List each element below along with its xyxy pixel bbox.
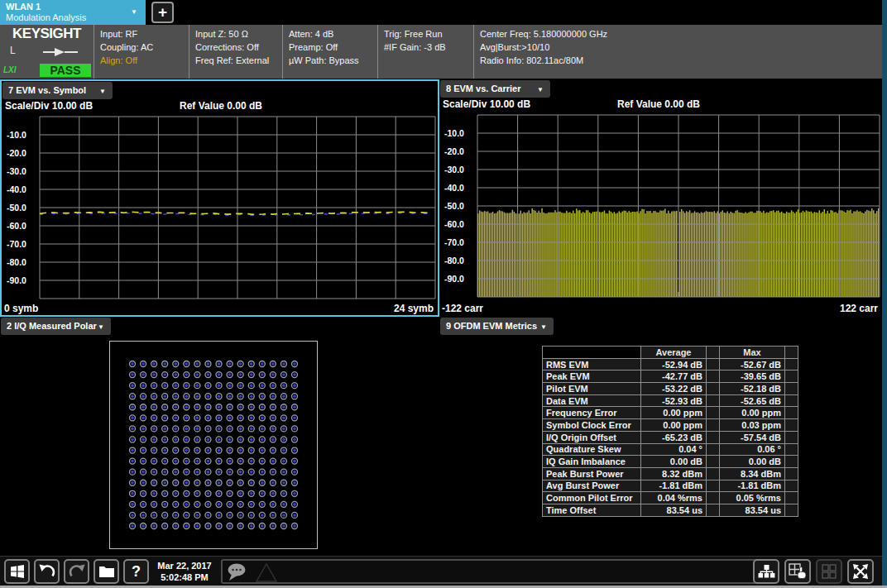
undo-button[interactable] — [34, 559, 60, 584]
tab-title: WLAN 1 — [6, 2, 41, 12]
pane-title-dropdown-iq-polar[interactable]: 2 I/Q Measured Polar ▼ — [1, 318, 111, 335]
constellation-diagram — [109, 341, 318, 552]
meas-setting-line: Input: RF — [100, 27, 189, 41]
svg-text:-40.0: -40.0 — [444, 183, 464, 193]
comment-bubble-icon — [226, 562, 252, 582]
metric-value: 0.04 ° — [641, 443, 707, 456]
metrics-row: Common Pilot Error0.04 %rms0.05 %rms — [543, 492, 798, 504]
metric-value: -52.94 dB — [641, 358, 707, 370]
scale-row: Scale/Div 10.00 dB Ref Value 0.00 dB — [439, 98, 882, 112]
chevron-down-icon: ▼ — [98, 323, 104, 331]
redo-button[interactable] — [64, 559, 89, 584]
spacer-cell — [785, 394, 798, 407]
spacer-cell — [785, 467, 798, 480]
metric-value: 0.00 ppm — [641, 419, 707, 432]
metric-value: 83.54 us — [720, 504, 785, 516]
spacer-cell — [785, 370, 798, 383]
scale-row: Scale/Div 10.00 dB Ref Value 0.00 dB — [2, 100, 438, 114]
pane-ofdm-evm-metrics: 9 OFDM EVM Metrics ▼ AverageMaxRMS EVM-5… — [439, 317, 882, 556]
svg-text:-60.0: -60.0 — [444, 219, 464, 229]
add-tab-button[interactable]: + — [151, 2, 174, 23]
metrics-header-cell — [785, 347, 798, 359]
metrics-row: RMS EVM-52.94 dB-52.67 dB — [543, 358, 798, 370]
metrics-row: Quadrature Skew0.04 °0.06 ° — [543, 443, 798, 456]
metrics-row: Frequency Error0.00 ppm0.00 ppm — [543, 407, 798, 419]
svg-text:-10.0: -10.0 — [7, 130, 26, 140]
pane-title: 7 EVM vs. Symbol — [8, 82, 86, 99]
metric-name: Symbol Clock Error — [543, 419, 641, 432]
metrics-row: Time Offset83.54 us83.54 us — [543, 504, 798, 516]
pane-iq-measured-polar: 2 I/Q Measured Polar ▼ — [0, 317, 439, 556]
pane-title-dropdown-metrics[interactable]: 9 OFDM EVM Metrics ▼ — [440, 318, 554, 335]
chevron-down-icon: ▼ — [131, 8, 137, 16]
grid-icon — [820, 562, 838, 581]
spacer-cell — [707, 443, 720, 456]
metric-value: 0.04 %rms — [641, 492, 707, 504]
spacer-cell — [707, 492, 720, 504]
meas-settings-column: Center Freq: 5.180000000 GHzAvg|Burst:>1… — [473, 25, 882, 79]
evm-trace — [40, 212, 432, 214]
meas-settings-column: Atten: 4 dBPreamp: OffµW Path: Bypass — [282, 25, 377, 79]
screen-edge-strip — [882, 0, 887, 586]
y-axis-tick-labels: -10.0-20.0-30.0-40.0-50.0-60.0-70.0-80.0… — [7, 130, 26, 285]
y-axis-tick-labels: -10.0-20.0-30.0-40.0-50.0-60.0-70.0-80.0… — [444, 128, 464, 284]
meas-settings-column: Input: RFCoupling: ACAlign: Off — [93, 25, 189, 79]
bottom-toolbar: ? Mar 22, 2017 5:02:48 PM — [0, 556, 887, 586]
evm_carrier-svg: -10.0-20.0-30.0-40.0-50.0-60.0-70.0-80.0… — [439, 113, 882, 299]
x-axis-start-label: 0 symb — [4, 303, 38, 314]
svg-text:-40.0: -40.0 — [7, 184, 26, 194]
meas-setting-line: Preamp: Off — [289, 41, 377, 54]
pane-title-dropdown-evm-symbol[interactable]: 7 EVM vs. Symbol ▼ — [2, 82, 113, 99]
evm-trace-underlay — [40, 213, 432, 216]
fullscreen-button[interactable] — [847, 559, 874, 584]
question-mark-icon: ? — [132, 563, 141, 581]
spacer-cell — [785, 358, 798, 370]
metric-value: -1.81 dBm — [641, 480, 707, 492]
metric-value: -52.67 dB — [720, 358, 785, 370]
clock-datetime[interactable]: Mar 22, 2017 5:02:48 PM — [151, 560, 218, 583]
meas-setting-line: Trig: Free Run — [384, 27, 473, 41]
time-text: 5:02:48 PM — [151, 571, 218, 583]
pane-title-dropdown-evm-carrier[interactable]: 8 EVM vs. Carrier ▼ — [440, 80, 550, 98]
spacer-cell — [707, 370, 720, 383]
pass-status-badge: PASS — [40, 64, 91, 77]
pane-title: 8 EVM vs. Carrier — [446, 80, 521, 98]
svg-text:-50.0: -50.0 — [7, 203, 26, 213]
scale-per-div-value: Scale/Div 10.00 dB — [5, 100, 93, 112]
measurement-tab[interactable]: WLAN 1 Modulation Analysis ▼ — [0, 0, 146, 25]
metric-value: -39.65 dB — [720, 370, 785, 383]
input-port-label: L — [10, 45, 16, 56]
ref-value: Ref Value 0.00 dB — [580, 98, 737, 110]
touch-select-window-button[interactable] — [784, 559, 811, 584]
metrics-row: IQ Gain Imbalance0.00 dB0.00 dB — [543, 456, 798, 468]
metrics-row: Pilot EVM-53.22 dB-52.18 dB — [543, 383, 798, 395]
meas-setting-line: Corrections: Off — [195, 41, 282, 54]
metrics-row: Peak Burst Power8.32 dBm8.34 dBm — [543, 467, 798, 480]
file-open-button[interactable] — [93, 559, 119, 584]
metric-name: Pilot EVM — [543, 383, 641, 395]
svg-text:-70.0: -70.0 — [444, 237, 464, 247]
metric-name: IQ Gain Imbalance — [543, 456, 641, 468]
grid-layout-button[interactable] — [816, 559, 842, 584]
rf-path-icon — [43, 47, 79, 57]
metric-value: -65.23 dB — [641, 431, 707, 443]
meas-setting-line: µW Path: Bypass — [289, 54, 377, 67]
spacer-cell — [785, 419, 798, 432]
spacer-cell — [707, 480, 720, 492]
metrics-header-cell: Max — [720, 347, 785, 359]
metric-value: -1.81 dBm — [720, 480, 785, 492]
keysight-block: KEYSIGHT L LXI PASS — [0, 25, 93, 79]
svg-text:-80.0: -80.0 — [7, 257, 26, 267]
annotation-input-bar[interactable] — [221, 559, 766, 584]
window-arrangement-button[interactable] — [753, 559, 779, 584]
metrics-row: I/Q Origin Offset-65.23 dB-57.54 dB — [543, 431, 798, 443]
metric-value: 0.00 ppm — [720, 407, 785, 419]
windows-start-button[interactable] — [4, 559, 30, 584]
metrics-row: Data EVM-52.93 dB-52.65 dB — [543, 394, 798, 407]
help-button[interactable]: ? — [123, 559, 149, 584]
x-axis-labels: -122 carr 122 carr — [439, 303, 882, 315]
touch-hand-icon — [788, 562, 808, 581]
meas-setting-line: Center Freq: 5.180000000 GHz — [480, 27, 882, 41]
meas-setting-line: Coupling: AC — [100, 41, 189, 54]
undo-icon — [38, 563, 56, 580]
